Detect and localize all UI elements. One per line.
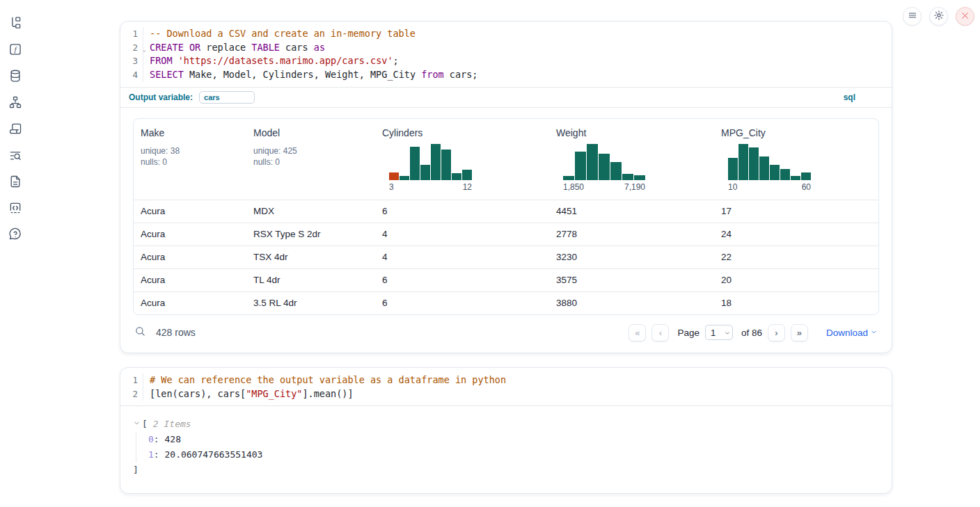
histogram: 1060	[728, 144, 811, 192]
download-button[interactable]: Download	[826, 328, 878, 338]
table-cell: TL 4dr	[246, 275, 375, 285]
python-code-editor[interactable]: 1# We can reference the output variable …	[120, 368, 892, 405]
line-number: 4	[120, 68, 143, 82]
column-header-make[interactable]: Makeunique: 38nulls: 0	[134, 119, 246, 200]
line-number: 1	[120, 27, 143, 41]
table-cell: 4451	[549, 206, 714, 216]
column-label: Weight	[556, 127, 714, 138]
histogram-bar	[801, 172, 811, 180]
table-cell: 3880	[549, 298, 714, 308]
column-label: Model	[253, 127, 375, 138]
histogram-bar	[420, 165, 430, 180]
table-row: Acura3.5 RL 4dr6388018	[134, 291, 878, 314]
histogram-bar	[462, 170, 472, 180]
menu-button[interactable]	[903, 7, 922, 26]
table-cell: 2778	[549, 229, 714, 239]
table-row: AcuraMDX6445117	[134, 200, 878, 223]
table-body: AcuraMDX6445117AcuraRSX Type S 2dr427782…	[134, 200, 878, 314]
first-page-button[interactable]: «	[629, 324, 646, 341]
column-header-weight[interactable]: Weight1,8507,190	[549, 119, 714, 200]
chevron-down-icon	[133, 417, 141, 432]
histogram-bar	[441, 150, 451, 180]
svg-text:f: f	[14, 45, 17, 54]
page-total: of 86	[741, 328, 762, 338]
code-line: -- Download a CSV and create an in-memor…	[143, 27, 416, 41]
left-sidebar: f	[0, 0, 31, 242]
column-label: Make	[141, 127, 246, 138]
column-label: Cylinders	[382, 127, 549, 138]
table-cell: 3.5 RL 4dr	[246, 298, 375, 308]
histogram-bar	[389, 172, 399, 180]
histogram-axis: 312	[389, 182, 472, 192]
table-row: AcuraTL 4dr6357520	[134, 268, 878, 291]
table-cell: 18	[714, 298, 878, 308]
histogram-bar	[410, 147, 420, 180]
histogram-bar	[634, 175, 645, 180]
snippets-icon[interactable]	[8, 200, 23, 216]
table-row: AcuraRSX Type S 2dr4277824	[134, 223, 878, 246]
histogram-bar	[622, 174, 633, 180]
histogram-bar	[738, 144, 748, 180]
help-icon[interactable]	[8, 227, 23, 242]
tree-entry: 0: 428	[148, 432, 879, 447]
column-header-model[interactable]: Modelunique: 425nulls: 0	[246, 119, 375, 200]
histogram-axis: 1,8507,190	[563, 182, 645, 192]
table-header: Makeunique: 38nulls: 0Modelunique: 425nu…	[134, 119, 878, 200]
histogram-bar	[759, 156, 769, 180]
variables-icon[interactable]: f	[8, 42, 23, 57]
column-header-cylinders[interactable]: Cylinders312	[375, 119, 549, 200]
page-label: Page	[677, 328, 700, 338]
dependency-graph-icon[interactable]	[8, 95, 23, 110]
next-page-button[interactable]: ›	[768, 324, 785, 341]
language-badge: sql	[844, 92, 883, 102]
hamburger-icon	[908, 10, 917, 23]
shutdown-button[interactable]	[956, 7, 974, 26]
search-icon[interactable]	[134, 325, 146, 340]
table-cell: Acura	[134, 252, 246, 262]
logs-icon[interactable]	[8, 147, 23, 163]
datasources-icon[interactable]	[8, 68, 23, 83]
tree-entries: 0: 4281: 20.060747663551403	[136, 432, 879, 462]
cell-python: 1# We can reference the output variable …	[120, 367, 892, 494]
output-variable-input[interactable]	[199, 91, 255, 104]
line-number: 2	[120, 387, 143, 401]
pagination: « ‹ Page 1 of 86 › » Download	[629, 324, 878, 341]
notebook-main: 1-- Download a CSV and create an in-memo…	[120, 21, 892, 494]
histogram-bar	[587, 144, 598, 180]
table-cell: 3230	[549, 252, 714, 262]
table-cell: Acura	[134, 229, 246, 239]
table-cell: Acura	[134, 275, 246, 285]
histogram: 312	[389, 144, 472, 192]
tree-root[interactable]: [ 2 Items	[133, 417, 879, 432]
gear-icon	[933, 10, 945, 24]
table-cell: 17	[714, 206, 878, 216]
file-explorer-icon[interactable]	[8, 15, 23, 31]
page-select[interactable]: 1	[705, 325, 733, 340]
column-stats: unique: 425nulls: 0	[253, 145, 375, 168]
code-line: SELECT Make, Model, Cylinders, Weight, M…	[143, 68, 477, 82]
last-page-button[interactable]: »	[791, 324, 808, 341]
scratchpad-icon[interactable]	[8, 121, 23, 136]
histogram-bar	[452, 173, 461, 180]
histogram-bar	[575, 152, 586, 180]
column-header-mpg_city[interactable]: MPG_City1060	[714, 119, 878, 200]
code-line: # We can reference the output variable a…	[143, 373, 506, 387]
table-cell: TSX 4dr	[246, 252, 375, 262]
table-cell: Acura	[134, 206, 246, 216]
table-footer: 428 rows « ‹ Page 1 of 86 › » Download	[133, 315, 879, 347]
documentation-icon[interactable]	[8, 174, 23, 189]
table-cell: 4	[375, 252, 549, 262]
histogram-bar	[791, 176, 800, 180]
table-cell: 6	[375, 206, 549, 216]
histogram-bar	[431, 144, 441, 180]
previous-page-button[interactable]: ‹	[651, 324, 669, 341]
line-number: 3	[120, 54, 143, 68]
settings-button[interactable]	[929, 7, 948, 26]
table-row: AcuraTSX 4dr4323022	[134, 246, 878, 268]
table-cell: Acura	[134, 298, 246, 308]
page-select-wrap: 1	[705, 325, 733, 340]
histogram-axis: 1060	[728, 182, 811, 192]
column-label: MPG_City	[721, 127, 878, 138]
items-count-label: 2 Items	[153, 417, 191, 432]
sql-code-editor[interactable]: 1-- Download a CSV and create an in-memo…	[120, 22, 892, 87]
